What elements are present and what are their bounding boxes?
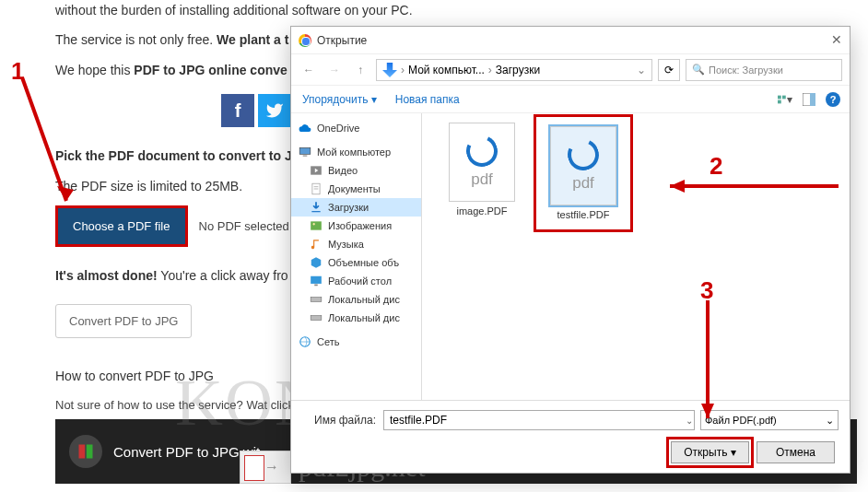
drive-icon	[310, 311, 323, 324]
close-icon[interactable]: ✕	[831, 32, 842, 47]
open-button[interactable]: Открыть ▾	[671, 441, 749, 463]
refresh-button[interactable]: ⟳	[658, 59, 680, 81]
chrome-icon	[299, 34, 311, 47]
tree-documents[interactable]: Документы	[291, 180, 421, 198]
tree-3dobjects[interactable]: Объемные объ	[291, 253, 421, 272]
svg-rect-16	[314, 285, 318, 287]
cube-icon	[310, 256, 323, 269]
svg-rect-6	[810, 93, 815, 106]
nav-back-button[interactable]: ←	[299, 60, 319, 80]
svg-rect-17	[311, 298, 322, 302]
twitter-share-button[interactable]	[258, 94, 291, 127]
svg-point-14	[313, 223, 315, 225]
twitter-icon	[265, 101, 284, 120]
nav-forward-button[interactable]: →	[324, 60, 345, 80]
video-icon	[310, 164, 323, 177]
tree-downloads[interactable]: Загрузки	[291, 198, 421, 217]
breadcrumb[interactable]: › Мой компьют... › Загрузки ⌄	[376, 59, 652, 81]
svg-rect-13	[311, 221, 322, 229]
annotation-number-2: 2	[710, 152, 722, 181]
file-testfile-pdf[interactable]: pdf testfile.PDF	[542, 123, 625, 224]
tree-localdisk-2[interactable]: Локальный дис	[291, 309, 421, 327]
svg-rect-2	[778, 95, 781, 99]
filename-label: Имя файла:	[302, 414, 376, 427]
svg-rect-7	[299, 147, 311, 154]
tree-localdisk-1[interactable]: Локальный дис	[291, 290, 421, 309]
cancel-button[interactable]: Отмена	[757, 441, 835, 463]
tree-mycomputer[interactable]: Мой компьютер	[291, 143, 421, 161]
filename-input[interactable]	[383, 410, 695, 430]
folder-tree: OneDrive Мой компьютер Видео Документы З…	[291, 113, 422, 400]
tree-pictures[interactable]: Изображения	[291, 217, 421, 235]
cloud-icon	[299, 122, 311, 135]
search-input[interactable]: 🔍 Поиск: Загрузки	[686, 59, 842, 81]
file-image-pdf[interactable]: pdf image.PDF	[440, 123, 523, 217]
svg-rect-3	[782, 95, 786, 99]
intro-line-1: without the burden of installing additio…	[55, 0, 857, 20]
file-list-area: pdf image.PDF pdf testfile.PDF	[422, 113, 850, 400]
preview-pane-icon[interactable]	[802, 92, 816, 107]
organize-menu[interactable]: Упорядочить ▾	[302, 93, 377, 106]
svg-rect-4	[778, 100, 781, 103]
document-icon	[310, 182, 323, 195]
tree-onedrive[interactable]: OneDrive	[291, 119, 421, 137]
view-options-icon[interactable]: ▾	[778, 92, 792, 107]
desktop-icon	[310, 275, 323, 287]
svg-rect-15	[311, 276, 322, 284]
video-title: Convert PDF to JPG wit	[113, 444, 260, 460]
nav-up-button[interactable]: ↑	[350, 60, 370, 80]
svg-rect-8	[303, 156, 308, 157]
tree-music[interactable]: Музыка	[291, 235, 421, 253]
svg-rect-18	[311, 316, 322, 321]
file-open-dialog: Открытие ✕ ← → ↑ › Мой компьют... › Загр…	[290, 26, 850, 474]
tree-network[interactable]: Сеть	[291, 333, 421, 351]
music-icon	[310, 238, 323, 251]
tree-desktop[interactable]: Рабочий стол	[291, 272, 421, 290]
video-thumbnail	[69, 435, 102, 468]
tree-videos[interactable]: Видео	[291, 161, 421, 180]
network-icon	[299, 335, 311, 348]
new-folder-button[interactable]: Новая папка	[395, 93, 460, 106]
edge-icon	[462, 131, 502, 171]
edge-icon	[563, 135, 604, 175]
pictures-icon	[310, 219, 323, 232]
convert-button[interactable]: Convert PDF to JPG	[55, 304, 192, 338]
annotation-number-3: 3	[700, 276, 713, 305]
search-icon: 🔍	[692, 64, 705, 76]
annotation-number-1: 1	[11, 57, 24, 86]
svg-rect-0	[79, 445, 86, 459]
computer-icon	[299, 146, 311, 158]
download-arrow-icon	[310, 201, 323, 214]
drive-icon	[310, 293, 323, 306]
help-icon[interactable]: ?	[826, 92, 840, 107]
dialog-title: Открытие	[317, 34, 367, 47]
svg-rect-1	[87, 445, 93, 459]
choose-pdf-button[interactable]: Choose a PDF file	[55, 205, 188, 247]
down-arrow-icon	[382, 63, 397, 77]
no-file-selected-text: No PDF selected	[199, 219, 289, 233]
facebook-share-button[interactable]: f	[221, 94, 254, 127]
filetype-dropdown[interactable]: Файл PDF(.pdf)⌄	[700, 410, 839, 430]
